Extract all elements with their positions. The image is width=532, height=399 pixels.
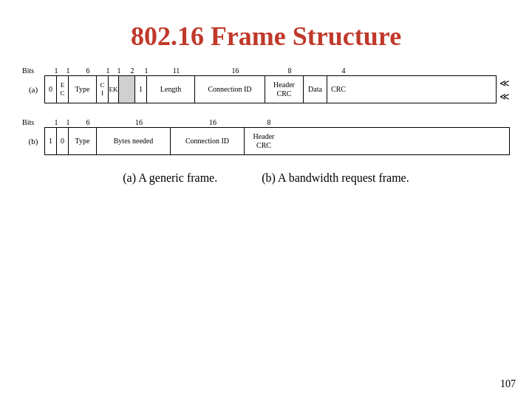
cell-crc: CRC [327,76,349,103]
cell-type-a: Type [69,76,97,103]
bit-16-bc: 16 [176,118,250,126]
cell-b0: 0 [57,128,69,154]
row-label-a: (a) [22,85,44,94]
caption-a: (a) A generic frame. [123,171,217,185]
page-number: 107 [500,378,516,390]
cell-connid-a-label: Connection ID [208,85,251,94]
cell-length-label: Length [160,85,181,94]
cell-bytes-needed: Bytes needed [97,128,171,154]
bits-row-b: Bits 1 1 6 16 16 8 [22,118,510,126]
cell-bytes-needed-label: Bytes needed [114,137,154,146]
cell-shaded [119,76,135,103]
bit-4a: 4 [332,66,355,75]
cell-0-label: 0 [49,85,52,94]
cell-hcrc-a-label: HeaderCRC [273,81,295,98]
cell-connid-a: Connection ID [195,76,265,103]
caption-b: (b) A bandwidth request frame. [262,171,409,185]
cell-ek-label: EK [109,86,118,94]
cell-ci-label: CI [100,81,104,98]
cell-data-label: Data [308,85,322,94]
bits-label-b: Bits [22,118,50,126]
cell-0: 0 [45,76,57,103]
diagram-a: Bits 1 1 6 1 1 2 1 11 16 8 4 (a) 0 EC [22,66,510,103]
cell-b1-label: 1 [49,137,52,146]
frame-row-a: (a) 0 EC Type CI EK [22,75,510,103]
bit-1e: 1 [140,66,152,75]
frame-cells-b: 1 0 Type Bytes needed Connection ID Head… [44,127,510,155]
cell-type-b: Type [69,128,97,154]
frame-cells-a: 0 EC Type CI EK 1 [44,75,497,103]
cell-b0-label: 0 [61,137,64,146]
cell-type-b-label: Type [75,137,90,146]
cell-hcrc-b-label: HeaderCRC [253,132,275,150]
bit-8-b: 8 [250,118,288,126]
bit-16a: 16 [200,66,270,75]
bit-6a: 6 [74,66,102,75]
cell-ec-label: EC [60,81,64,98]
diagram-b: Bits 1 1 6 16 16 8 (b) 1 0 Type [22,118,510,155]
cell-ec: EC [57,76,69,103]
cell-crc-label: CRC [331,85,346,94]
caption-row: (a) A generic frame. (b) A bandwidth req… [0,171,532,185]
bit-1c: 1 [102,66,114,75]
cell-hcrc-b: HeaderCRC [245,128,283,154]
cell-1: 1 [135,76,147,103]
cell-b1: 1 [45,128,57,154]
bit-1-bb: 1 [62,118,74,126]
cont-symbol-top: ≪ [499,78,510,88]
cell-1-label: 1 [139,85,143,94]
bit-2a: 2 [124,66,140,75]
row-label-b: (b) [22,137,44,146]
bit-1d: 1 [114,66,124,75]
bit-1-ba: 1 [50,118,62,126]
cell-connid-b: Connection ID [171,128,245,154]
frame-row-b: (b) 1 0 Type Bytes needed Connection ID [22,127,510,155]
page-title: 802.16 Frame Structure [0,0,532,66]
bits-label-a: Bits [22,66,50,75]
bit-6-b: 6 [74,118,102,126]
bit-1b: 1 [62,66,74,75]
bit-8a: 8 [270,66,309,75]
cell-ci: CI [97,76,109,103]
cont-symbol-bot: ≪ [499,92,510,101]
cell-data: Data [304,76,327,103]
cell-type-a-label: Type [75,85,90,94]
bit-1a: 1 [50,66,62,75]
cell-hcrc-a: HeaderCRC [265,76,304,103]
bits-row-a: Bits 1 1 6 1 1 2 1 11 16 8 4 [22,66,510,75]
bit-16-bn: 16 [102,118,176,126]
continuation-a: ≪ ≪ [499,76,510,103]
bit-11a: 11 [152,66,200,75]
cell-ek: EK [109,76,119,103]
cell-connid-b-label: Connection ID [185,137,229,146]
cell-length: Length [147,76,195,103]
